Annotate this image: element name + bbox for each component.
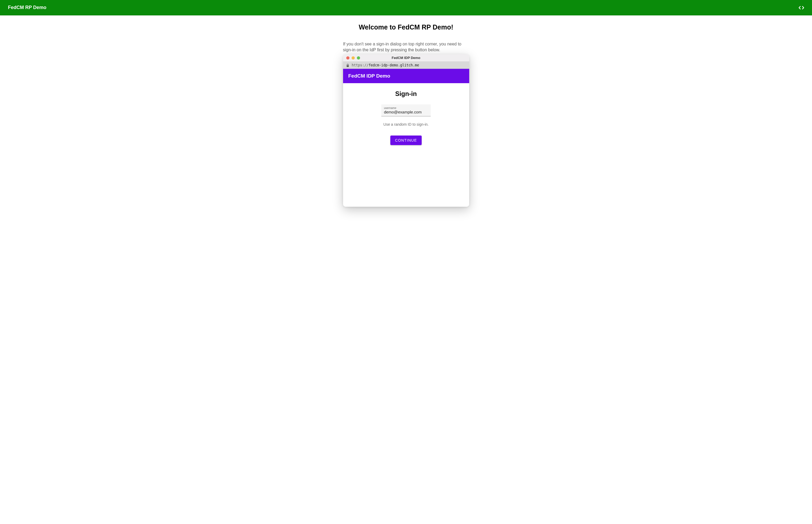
lock-icon — [346, 64, 349, 67]
window-chrome: FedCM IDP Demo — [343, 54, 469, 62]
idp-body: Sign-in username Use a random ID to sign… — [343, 83, 469, 207]
app-title: FedCM RP Demo — [8, 5, 47, 10]
username-input[interactable] — [384, 110, 428, 114]
minimize-window-icon[interactable] — [352, 56, 355, 60]
main-content: Welcome to FedCM RP Demo! If you don't s… — [0, 15, 812, 207]
signin-heading: Sign-in — [395, 90, 417, 98]
instruction-text: If you don't see a sign-in dialog on top… — [343, 41, 469, 53]
traffic-lights — [343, 56, 360, 60]
url-protocol: https:// — [352, 63, 369, 67]
address-bar[interactable]: https://fedcm-idp-demo.glitch.me — [343, 62, 469, 69]
url-text: https://fedcm-idp-demo.glitch.me — [352, 63, 419, 67]
window-title: FedCM IDP Demo — [343, 56, 469, 60]
idp-header: FedCM IDP Demo — [343, 69, 469, 83]
url-domain: fedcm-idp-demo.glitch.me — [369, 63, 419, 67]
close-window-icon[interactable] — [346, 56, 350, 60]
hint-text: Use a random ID to sign-in. — [384, 122, 428, 127]
idp-app-title: FedCM IDP Demo — [349, 73, 390, 79]
maximize-window-icon[interactable] — [357, 56, 360, 60]
browser-window: FedCM IDP Demo https://fedcm-idp-demo.gl… — [343, 54, 469, 207]
code-icon[interactable] — [799, 6, 804, 10]
top-bar: FedCM RP Demo — [0, 0, 812, 15]
username-field[interactable]: username — [381, 104, 431, 116]
username-label: username — [384, 106, 428, 110]
continue-button[interactable]: CONTINUE — [390, 135, 422, 145]
welcome-heading: Welcome to FedCM RP Demo! — [359, 23, 453, 31]
svg-rect-0 — [346, 65, 349, 67]
